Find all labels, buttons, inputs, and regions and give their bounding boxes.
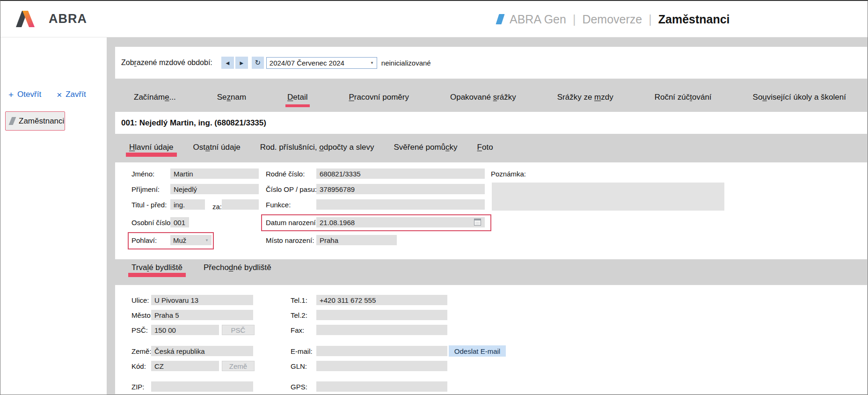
tel2-input[interactable] — [316, 310, 447, 320]
close-button-label: Zavřít — [66, 90, 86, 99]
title-separator: | — [649, 13, 652, 26]
chevron-down-icon: ▼ — [205, 238, 209, 242]
refresh-period-button[interactable]: ↻ — [252, 57, 264, 69]
detail-tab-bar: Hlavní údaje Ostatní údaje Rod. příslušn… — [115, 134, 867, 162]
osobni-cislo-input[interactable] — [170, 217, 189, 227]
open-button[interactable]: + Otevřít — [8, 90, 41, 99]
datum-narozeni-label: Datum narození: — [266, 219, 318, 227]
tab-foto[interactable]: Foto — [477, 143, 493, 152]
email-label: E-mail: — [291, 347, 313, 355]
period-combobox[interactable]: 2024/07 Červenec 2024 ▼ — [266, 57, 377, 69]
rodne-cislo-label: Rodné číslo: — [266, 170, 305, 178]
tab-zaciname[interactable]: Začínáme... — [134, 93, 176, 102]
psc-lookup-button[interactable]: PSČ — [222, 325, 255, 335]
titul-pred-label: Titul - před: — [131, 201, 167, 209]
zeme-input[interactable] — [151, 346, 253, 356]
poznamka-label: Poznámka: — [491, 170, 526, 178]
gps-input[interactable] — [316, 381, 447, 392]
fax-label: Fax: — [291, 326, 304, 334]
jmeno-label: Jméno: — [131, 170, 154, 178]
ulice-input[interactable] — [151, 295, 253, 305]
sidebar-item-label: Zaměstnanci — [19, 117, 64, 126]
cislo-op-input[interactable] — [316, 184, 485, 194]
period-toolbar: Zobrazené mzdové období: ◀ ▶ ↻ 2024/07 Č… — [115, 47, 867, 79]
chevron-down-icon: ▼ — [370, 61, 374, 65]
datum-narozeni-input[interactable] — [316, 217, 485, 227]
refresh-icon: ↻ — [255, 59, 261, 67]
edition-name: Demoverze — [582, 13, 642, 26]
kod-input[interactable] — [151, 361, 219, 371]
psc-label: PSČ: — [131, 326, 148, 334]
zeme-lookup-button[interactable]: Země — [222, 361, 255, 371]
rodne-cislo-input[interactable] — [316, 168, 485, 179]
mesto-label: Město: — [131, 311, 153, 319]
title-slash-icon — [496, 14, 504, 24]
fax-input[interactable] — [316, 325, 447, 335]
record-header: 001: Nejedlý Martin, ing. (680821/3335) — [115, 112, 867, 134]
tab-rod-prislusnici[interactable]: Rod. příslušníci, odpočty a slevy — [260, 143, 374, 152]
abra-logo-text: ABRA — [49, 12, 87, 26]
gln-input[interactable] — [316, 361, 447, 371]
pohlavi-label: Pohlaví: — [131, 236, 157, 244]
tab-hlavni-udaje[interactable]: Hlavní údaje — [129, 143, 174, 152]
prijmeni-input[interactable] — [170, 184, 259, 194]
tab-pracovni-pomery[interactable]: Pracovní poměry — [349, 93, 409, 102]
abra-gen-window: ABRA ABRA Gen | Demoverze | Zaměstnanci … — [0, 0, 868, 395]
period-label: Zobrazené mzdové období: — [121, 59, 212, 67]
tel1-label: Tel.1: — [291, 296, 307, 304]
tab-prechodne-bydliste[interactable]: Přechodné bydliště — [204, 263, 271, 272]
sidebar: + Otevřít × Zavřít Zaměstnanci — [0, 37, 107, 395]
misto-narozeni-label: Místo narození: — [266, 236, 314, 244]
pohlavi-select[interactable]: Muž ▼ — [170, 235, 212, 245]
app-header: ABRA ABRA Gen | Demoverze | Zaměstnanci — [0, 1, 868, 37]
next-arrow-icon: ▶ — [240, 60, 243, 66]
calendar-icon[interactable] — [474, 219, 481, 226]
close-icon: × — [57, 91, 62, 99]
prijmeni-label: Příjmení: — [131, 185, 160, 193]
zip-input[interactable] — [151, 381, 253, 392]
module-slash-icon — [9, 117, 16, 125]
abra-logo: ABRA — [16, 10, 87, 27]
send-email-button[interactable]: Odeslat E-mail — [449, 345, 506, 357]
main-tab-bar: Začínáme... Seznam Detail Pracovní poměr… — [115, 79, 867, 106]
mesto-input[interactable] — [151, 310, 253, 320]
kod-label: Kód: — [131, 362, 146, 370]
abra-logo-icon — [16, 10, 43, 27]
previous-period-button[interactable]: ◀ — [221, 57, 234, 69]
employee-form: Jméno: Rodné číslo: Poznámka: Příjmení: … — [115, 162, 867, 259]
poznamka-textarea[interactable] — [492, 183, 724, 211]
tab-sverene-pomucky[interactable]: Svěřené pomůcky — [394, 143, 457, 152]
close-button[interactable]: × Zavřít — [57, 90, 86, 99]
gps-label: GPS: — [291, 383, 307, 391]
tel1-input[interactable] — [316, 295, 447, 305]
zeme-label: Země: — [131, 347, 152, 355]
prev-arrow-icon: ◀ — [226, 60, 229, 66]
titul-pred-input[interactable] — [170, 199, 205, 210]
sidebar-item-zamestnanci[interactable]: Zaměstnanci — [5, 111, 65, 131]
jmeno-input[interactable] — [170, 168, 259, 179]
address-tab-bar: Trvalé bydliště Přechodné bydliště — [115, 259, 867, 285]
titul-za-label: za: — [212, 203, 222, 211]
app-name: ABRA Gen — [510, 13, 566, 26]
email-input[interactable] — [316, 346, 447, 356]
tab-souvisejici-ukoly[interactable]: Související úkoly a školení — [753, 93, 846, 102]
tab-trvale-bydliste[interactable]: Trvalé bydliště — [131, 263, 182, 272]
tab-ostatni-udaje[interactable]: Ostatní údaje — [193, 143, 241, 152]
sidebar-actions: + Otevřít × Zavřít — [8, 90, 86, 99]
titul-za-input[interactable] — [222, 199, 259, 210]
tab-rocni-zuctovani[interactable]: Roční zúčtování — [655, 93, 712, 102]
open-button-label: Otevřít — [17, 90, 41, 99]
tab-opakovane-srazky[interactable]: Opakované srážky — [450, 93, 516, 102]
plus-icon: + — [8, 91, 14, 99]
next-period-button[interactable]: ▶ — [235, 57, 248, 69]
tab-seznam[interactable]: Seznam — [217, 93, 246, 102]
funkce-input[interactable] — [316, 199, 485, 210]
tab-detail[interactable]: Detail — [287, 93, 307, 102]
psc-input[interactable] — [151, 325, 219, 335]
window-title: ABRA Gen | Demoverze | Zaměstnanci — [497, 1, 730, 37]
zip-label: ZIP: — [131, 383, 145, 391]
misto-narozeni-input[interactable] — [316, 235, 397, 245]
tab-srazky-ze-mzdy[interactable]: Srážky ze mzdy — [557, 93, 613, 102]
address-form: Ulice: Město: PSČ: PSČ Země: Kód: Země Z… — [115, 285, 867, 394]
module-name: Zaměstnanci — [658, 13, 730, 26]
